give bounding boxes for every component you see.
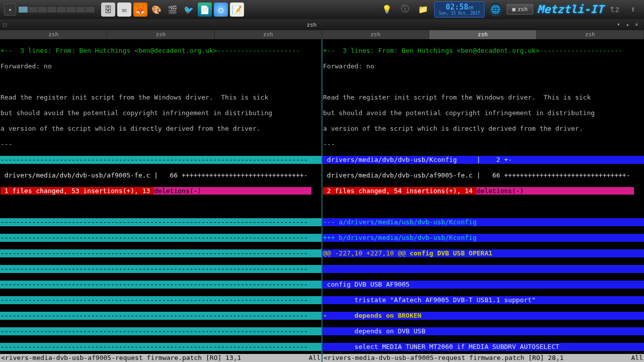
right-pane[interactable]: +-- 3 lines: From: Ben Hutchings <ben@de…: [323, 39, 644, 354]
taskbar-clock[interactable]: 02:58AM Sun, 15 Oct, 2017: [434, 2, 485, 17]
gimp-icon[interactable]: 🎨: [149, 3, 164, 17]
tab-4[interactable]: zsh: [429, 30, 536, 39]
taskbar-right: 💡 ⓘ 📁 02:58AM Sun, 15 Oct, 2017 🌐 ▣ zsh …: [380, 2, 640, 17]
launcher-icons: 🗄 ✉ 🦊 🎨 🎬 🐦 📄 ◯ 📝: [101, 3, 244, 17]
brand-logo: Metztli-IT: [537, 3, 604, 16]
fold-line: +-- 3 lines: From: Ben Hutchings <ben@de…: [0, 47, 321, 55]
diff-added: drivers/media/dvb/dvb-usb/Kconfig | 2 +-: [323, 156, 644, 164]
bird-icon[interactable]: 🐦: [182, 3, 196, 17]
globe-icon[interactable]: 🌐: [489, 3, 503, 17]
tab-2[interactable]: zsh: [215, 30, 322, 39]
clock-time: 02:58: [446, 3, 468, 12]
folder-icon[interactable]: 📁: [416, 3, 430, 17]
right-status: <rivers-media-dvb-usb-af9005-request fir…: [323, 354, 644, 362]
tab-0[interactable]: zsh: [0, 30, 107, 39]
terminal-icon: ▣: [512, 6, 516, 13]
libreoffice-icon[interactable]: 📄: [198, 3, 212, 17]
desktop-taskbar: ▾ 🗄 ✉ 🦊 🎨 🎬 🐦 📄 ◯ 📝 💡 ⓘ 📁 02:58AM Sun, 1…: [0, 0, 644, 19]
maximize-button[interactable]: ▴: [626, 22, 632, 28]
tab-5[interactable]: zsh: [537, 30, 644, 39]
workspace-pager[interactable]: [18, 6, 95, 13]
fold-line: +-- 3 lines: From: Ben Hutchings <ben@de…: [323, 47, 644, 55]
tab-3[interactable]: zsh: [322, 30, 429, 39]
movie-icon[interactable]: 🎬: [166, 3, 180, 17]
clock-date: Sun, 15 Oct, 2017: [439, 12, 480, 16]
firefox-icon[interactable]: 🦊: [133, 3, 147, 17]
tray-icon-1[interactable]: tz: [608, 3, 622, 17]
info-icon[interactable]: ⓘ: [398, 3, 412, 17]
file-manager-icon[interactable]: 🗄: [101, 3, 115, 17]
terminal-tabs: zsh zsh zsh zsh zsh zsh: [0, 30, 644, 39]
app-menu-button[interactable]: ▾: [4, 4, 16, 16]
minimize-button[interactable]: ▾: [617, 22, 623, 28]
window-title: zsh: [7, 22, 617, 28]
diff-summary: 1 files changed, 53 insertions(+), 13 de…: [0, 187, 321, 195]
close-button[interactable]: ✕: [635, 22, 641, 28]
tray-icon-2[interactable]: ⬆: [626, 3, 640, 17]
mail-icon[interactable]: ✉: [117, 3, 131, 17]
left-status: <rivers-media-dvb-usb-af9005-request fir…: [0, 354, 323, 362]
chromium-icon[interactable]: ◯: [214, 3, 228, 17]
window-titlebar: ⬚ zsh ▾ ▴ ✕: [0, 19, 644, 30]
left-pane[interactable]: +-- 3 lines: From: Ben Hutchings <ben@de…: [0, 39, 323, 354]
tab-1[interactable]: zsh: [107, 30, 214, 39]
diff-summary: 2 files changed, 54 insertions(+), 14 de…: [323, 187, 644, 195]
bulb-icon[interactable]: 💡: [380, 3, 394, 17]
taskbar-window-button[interactable]: ▣ zsh: [507, 4, 533, 15]
diff-filler: ----------------------------------------…: [0, 156, 321, 164]
editor-icon[interactable]: 📝: [230, 3, 244, 17]
window-icon: ⬚: [3, 22, 7, 28]
vimdiff-area[interactable]: +-- 3 lines: From: Ben Hutchings <ben@de…: [0, 39, 644, 354]
status-line-row: <rivers-media-dvb-usb-af9005-request fir…: [0, 354, 644, 362]
taskbar-left: ▾ 🗄 ✉ 🦊 🎨 🎬 🐦 📄 ◯ 📝: [4, 3, 244, 17]
